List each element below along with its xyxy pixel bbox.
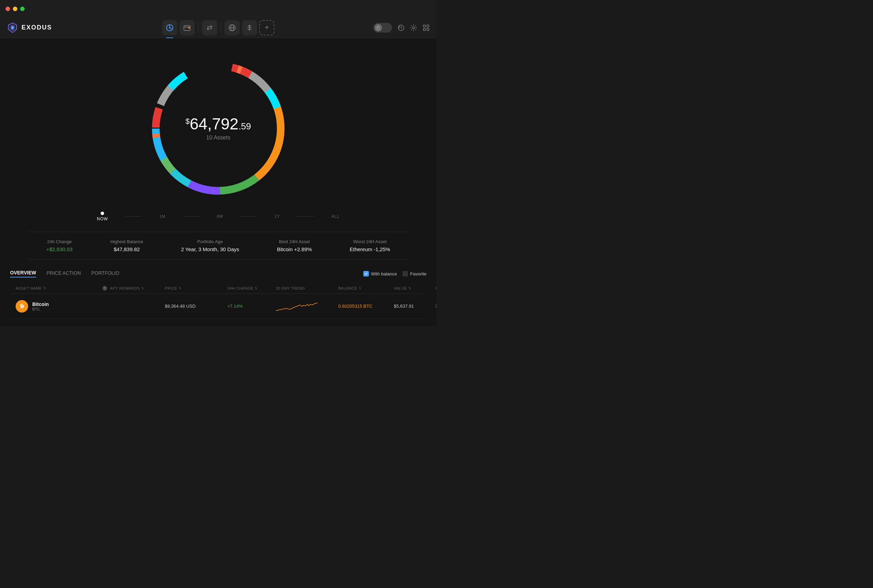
btc-name-col: Bitcoin BTC [32, 302, 49, 311]
settings-button[interactable] [410, 24, 417, 31]
nav-right [360, 23, 429, 33]
add-icon: + [265, 24, 269, 32]
header: EXODUS [0, 17, 436, 38]
tab-overview[interactable]: OVERVIEW [10, 270, 36, 278]
timeline-all[interactable]: ALL [332, 214, 340, 219]
portfolio-amount: $64,792.59 [185, 116, 251, 132]
maximize-button[interactable] [20, 7, 25, 11]
table-row[interactable]: Bitcoin BTC $9,364.48 USD +7.14% 0.60205… [10, 294, 426, 319]
main-content: $64,792.59 10 Assets NOW 1M 6M 1Y ALL 24… [0, 38, 436, 326]
btc-symbol: BTC [32, 307, 49, 311]
asset-table-section: OVERVIEW PRICE ACTION PORTFOLIO With bal… [10, 270, 426, 319]
btc-name: Bitcoin [32, 302, 49, 307]
svg-rect-10 [377, 27, 380, 30]
btc-portfolio-pct: 33% [435, 303, 436, 309]
btc-change: +7.14% [227, 303, 276, 309]
btc-value: $5,637.91 [394, 303, 435, 309]
history-button[interactable] [398, 24, 405, 31]
filter-with-balance[interactable]: With balance [363, 271, 397, 276]
timeline-line-1 [125, 216, 142, 217]
stat-value-worst: Ethereum -1,25% [350, 246, 390, 252]
th-trend: 30 DAY TREND [276, 286, 338, 291]
currency-symbol: $ [185, 117, 189, 126]
nav-browser[interactable] [225, 20, 240, 35]
favorite-label: Favorite [410, 271, 426, 276]
stat-portfolio-age: Portfolio Age 2 Year, 3 Month, 30 Days [181, 239, 239, 252]
nav-add[interactable]: + [259, 20, 274, 35]
svg-point-12 [412, 27, 415, 29]
btc-icon [16, 300, 28, 312]
timeline-label-6m: 6M [217, 214, 224, 219]
stat-24h-change: 24h Change +$2,930.03 [46, 239, 72, 252]
btc-balance: 0.60205315 BTC [338, 303, 394, 309]
lock-toggle[interactable] [374, 23, 392, 33]
apps-button[interactable] [423, 24, 429, 31]
exodus-logo-icon [7, 22, 18, 33]
lock-thumb [374, 24, 382, 32]
svg-marker-9 [249, 25, 250, 26]
tab-portfolio[interactable]: PORTFOLIO [91, 270, 119, 277]
nav-divider-2 [220, 22, 221, 33]
stat-value-highest: $47,839.82 [110, 246, 143, 252]
nav-divider [198, 22, 198, 33]
with-balance-checkbox[interactable] [363, 271, 369, 276]
sort-icon-price: ⇅ [179, 286, 182, 290]
close-button[interactable] [6, 7, 10, 11]
timeline-dot-now [100, 212, 104, 215]
tab-price-action[interactable]: PRICE ACTION [46, 270, 81, 277]
timeline-now[interactable]: NOW [97, 212, 108, 221]
btc-mini-chart [276, 298, 318, 312]
nav-portfolio[interactable] [162, 20, 177, 35]
timeline-label-now: NOW [97, 216, 108, 221]
timeline-label-1y: 1Y [274, 214, 280, 219]
timeline-1y[interactable]: 1Y [274, 214, 280, 219]
stats-row: 24h Change +$2,930.03 Highest Balance $4… [27, 232, 409, 260]
with-balance-label: With balance [371, 271, 397, 276]
timeline-6m[interactable]: 6M [217, 214, 224, 219]
sort-icon-balance: ⇅ [359, 286, 362, 290]
filter-favorite[interactable]: Favorite [402, 271, 426, 276]
nav-earn[interactable] [242, 20, 257, 35]
table-tabs-row: OVERVIEW PRICE ACTION PORTFOLIO With bal… [10, 270, 426, 278]
sort-icon-change: ⇅ [255, 286, 258, 290]
stat-value-24h: +$2,930.03 [46, 246, 72, 252]
th-value[interactable]: VALUE ⇅ [394, 286, 435, 291]
timeline-line-4 [297, 216, 314, 217]
stat-label-24h: 24h Change [46, 239, 72, 244]
minimize-button[interactable] [13, 7, 17, 11]
th-apy[interactable]: ? APY REWARDS ⇅ [102, 286, 165, 291]
svg-point-4 [169, 27, 170, 28]
svg-rect-15 [423, 28, 425, 30]
timeline: NOW 1M 6M 1Y ALL [97, 212, 340, 221]
table-header: ASSET NAME ⇅ ? APY REWARDS ⇅ PRICE ⇅ 24H… [10, 283, 426, 294]
help-icon: ? [102, 286, 107, 291]
stat-value-best: Bitcoin +2.89% [277, 246, 312, 252]
assets-count: 10 Assets [185, 135, 251, 141]
btc-price: $9,364.48 USD [165, 303, 227, 309]
stat-value-age: 2 Year, 3 Month, 30 Days [181, 246, 239, 252]
titlebar [0, 0, 436, 17]
th-portfolio-pct[interactable]: PORTFOLIO % ⇅ [435, 286, 436, 291]
th-price[interactable]: PRICE ⇅ [165, 286, 227, 291]
timeline-line-3 [240, 216, 257, 217]
stat-label-best: Best 24H Asset [277, 239, 312, 244]
stat-label-highest: Highest Balance [110, 239, 143, 244]
asset-info-btc: Bitcoin BTC [16, 300, 102, 312]
favorite-checkbox[interactable] [402, 271, 408, 276]
portfolio-chart: $64,792.59 10 Assets [142, 52, 295, 205]
stat-label-age: Portfolio Age [181, 239, 239, 244]
nav-exchange[interactable] [202, 20, 217, 35]
stat-worst-asset: Worst 24H Asset Ethereum -1,25% [350, 239, 390, 252]
th-balance[interactable]: BALANCE ⇅ [338, 286, 394, 291]
logo-text: EXODUS [21, 24, 52, 31]
nav-wallet[interactable] [179, 20, 195, 35]
svg-rect-16 [427, 28, 429, 30]
timeline-1m[interactable]: 1M [159, 214, 166, 219]
traffic-lights [6, 7, 25, 11]
th-asset-name[interactable]: ASSET NAME ⇅ [16, 286, 102, 291]
chart-center-text: $64,792.59 10 Assets [185, 116, 251, 141]
th-change[interactable]: 24H CHANGE ⇅ [227, 286, 276, 291]
btc-trend [276, 298, 338, 314]
sort-icon-asset: ⇅ [44, 286, 46, 290]
svg-rect-13 [423, 25, 425, 27]
